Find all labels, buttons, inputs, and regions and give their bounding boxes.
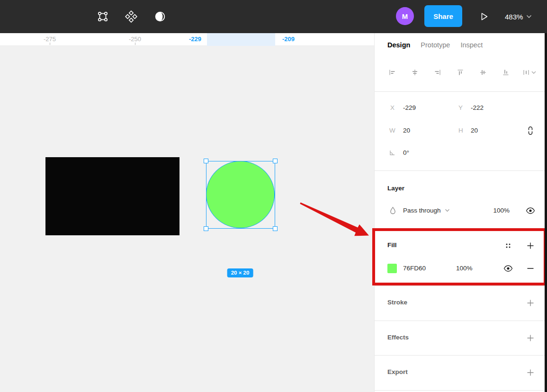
ruler-label: -250 bbox=[129, 36, 141, 43]
avatar-initial: M bbox=[402, 12, 408, 20]
share-button[interactable]: Share bbox=[424, 5, 462, 27]
vector-edit-icon[interactable] bbox=[94, 8, 111, 25]
ruler-tick bbox=[135, 43, 135, 45]
tab-prototype[interactable]: Prototype bbox=[421, 41, 450, 54]
height-label: H bbox=[458, 127, 463, 134]
tab-design[interactable]: Design bbox=[387, 41, 410, 54]
export-title: Export bbox=[387, 368, 408, 375]
layer-blend-row: Pass through 100% bbox=[375, 204, 547, 217]
chevron-down-icon bbox=[445, 209, 450, 212]
align-right-icon[interactable] bbox=[432, 67, 443, 78]
avatar[interactable]: M bbox=[396, 7, 414, 25]
align-bottom-icon[interactable] bbox=[501, 67, 511, 78]
alignment-toolbar bbox=[375, 66, 547, 79]
canvas-black-rectangle[interactable] bbox=[45, 157, 179, 235]
rotation-row: 0° bbox=[375, 146, 547, 160]
y-label: Y bbox=[458, 104, 463, 111]
rotation-angle-icon bbox=[388, 149, 396, 158]
chevron-down-icon bbox=[526, 15, 532, 18]
selection-handle-bottom-left[interactable] bbox=[204, 226, 208, 231]
export-section-header: Export bbox=[375, 366, 547, 379]
selection-size-badge: 20 × 20 bbox=[227, 268, 253, 277]
selection-handle-top-left[interactable] bbox=[204, 159, 208, 163]
components-icon[interactable] bbox=[123, 8, 140, 25]
divider bbox=[375, 229, 547, 229]
position-row: X -229 Y -222 bbox=[375, 101, 547, 115]
constrain-proportions-icon[interactable] bbox=[524, 125, 537, 137]
rotation-input[interactable]: 0° bbox=[403, 149, 409, 156]
canvas-green-ellipse[interactable] bbox=[206, 161, 275, 228]
styles-dots-icon[interactable] bbox=[502, 240, 514, 252]
width-label: W bbox=[389, 127, 395, 134]
align-h-center-icon[interactable] bbox=[410, 67, 420, 78]
panel-tabs: Design Prototype Inspect bbox=[375, 41, 547, 54]
add-stroke-plus-icon[interactable] bbox=[524, 297, 537, 309]
layer-opacity-input[interactable]: 100% bbox=[493, 207, 510, 214]
divider bbox=[375, 321, 547, 321]
divider bbox=[375, 285, 547, 286]
layer-title: Layer bbox=[387, 185, 404, 192]
height-input[interactable]: 20 bbox=[471, 127, 478, 134]
window-edge-strip bbox=[545, 33, 547, 392]
ruler-label-selected: -209 bbox=[282, 36, 295, 43]
fill-section-header: Fill bbox=[375, 239, 547, 252]
layer-section-header: Layer bbox=[375, 181, 547, 195]
mask-icon[interactable] bbox=[152, 8, 169, 25]
zoom-level-value: 483% bbox=[505, 13, 523, 21]
divider bbox=[375, 170, 547, 171]
zoom-level-dropdown[interactable]: 483% bbox=[505, 9, 532, 24]
align-left-icon[interactable] bbox=[387, 67, 397, 78]
fill-visibility-eye-icon[interactable] bbox=[502, 262, 514, 275]
fill-title: Fill bbox=[387, 241, 397, 249]
properties-panel: Design Prototype Inspect X -229 Y bbox=[374, 33, 547, 392]
x-label: X bbox=[390, 104, 395, 111]
divider bbox=[375, 355, 547, 356]
top-toolbar: M Share 483% bbox=[0, 0, 547, 33]
effects-section-header: Effects bbox=[375, 331, 547, 345]
align-v-center-icon[interactable] bbox=[478, 67, 488, 78]
stroke-title: Stroke bbox=[387, 299, 407, 306]
horizontal-ruler[interactable]: -275 -250 -229 -209 bbox=[0, 33, 374, 46]
y-input[interactable]: -222 bbox=[471, 104, 484, 111]
add-export-plus-icon[interactable] bbox=[524, 366, 537, 379]
fill-hex-input[interactable]: 76FD60 bbox=[403, 265, 426, 272]
blend-mode-value: Pass through bbox=[403, 207, 441, 214]
align-top-icon[interactable] bbox=[455, 67, 466, 78]
stroke-section-header: Stroke bbox=[375, 296, 547, 310]
add-fill-plus-icon[interactable] bbox=[524, 240, 537, 252]
x-input[interactable]: -229 bbox=[403, 104, 416, 111]
selection-handle-bottom-right[interactable] bbox=[273, 226, 278, 231]
blend-mode-droplet-icon bbox=[389, 206, 397, 216]
present-play-icon[interactable] bbox=[475, 8, 493, 25]
ruler-tick bbox=[50, 43, 50, 45]
fill-color-swatch[interactable] bbox=[387, 264, 397, 273]
fill-row: 76FD60 100% bbox=[375, 262, 547, 275]
ruler-label-selected: -229 bbox=[189, 36, 201, 43]
effects-title: Effects bbox=[387, 334, 409, 341]
ruler-selection-highlight bbox=[207, 33, 275, 46]
size-row: W 20 H 20 bbox=[375, 124, 547, 137]
selection-handle-top-right[interactable] bbox=[273, 159, 278, 163]
width-input[interactable]: 20 bbox=[403, 127, 410, 134]
fill-opacity-input[interactable]: 100% bbox=[456, 265, 473, 272]
tab-inspect[interactable]: Inspect bbox=[460, 41, 483, 54]
selection-bounding-box[interactable] bbox=[206, 161, 275, 229]
layer-visibility-eye-icon[interactable] bbox=[524, 205, 537, 217]
add-effect-plus-icon[interactable] bbox=[524, 332, 537, 344]
remove-fill-minus-icon[interactable] bbox=[524, 262, 537, 275]
divider bbox=[375, 390, 547, 391]
ruler-label: -275 bbox=[44, 36, 56, 43]
tidy-up-icon[interactable] bbox=[521, 67, 538, 78]
divider bbox=[375, 91, 547, 92]
blend-mode-dropdown[interactable]: Pass through bbox=[403, 207, 450, 214]
canvas[interactable]: -275 -250 -229 -209 20 × 20 bbox=[0, 33, 374, 392]
